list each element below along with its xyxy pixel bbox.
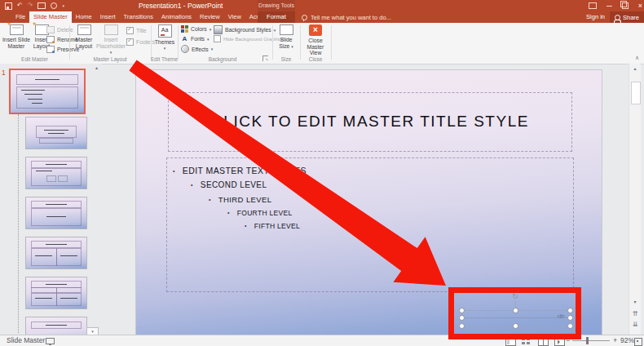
selection-handle[interactable] <box>459 308 465 313</box>
layout-thumbnail[interactable] <box>25 157 87 189</box>
save-icon[interactable] <box>5 2 12 10</box>
bullet-icon: • <box>173 168 175 174</box>
zoom-slider-track[interactable] <box>572 340 610 341</box>
title-placeholder[interactable]: CLICK TO EDIT MASTER TITLE STYLE <box>168 92 572 152</box>
zoom-in-icon[interactable]: + <box>613 335 617 346</box>
slide-master-canvas[interactable]: CLICK TO EDIT MASTER TITLE STYLE •EDIT M… <box>135 69 602 335</box>
touch-mode-icon[interactable] <box>51 2 57 9</box>
collapse-ribbon-icon[interactable]: ∧ <box>635 55 639 61</box>
themes-button[interactable]: Aa Themes ▾ <box>153 24 176 51</box>
display-settings-icon[interactable] <box>46 338 55 344</box>
bullet-level-1: •EDIT MASTER TEXT STYLES <box>173 166 307 175</box>
zoom-level[interactable]: 92% <box>620 335 634 346</box>
restore-icon[interactable] <box>622 2 629 9</box>
tab-insert[interactable]: Insert <box>96 11 120 23</box>
layout-thumbnail[interactable] <box>25 277 87 309</box>
fit-to-window-icon[interactable] <box>634 338 642 346</box>
group-label-edit-theme: Edit Theme <box>151 56 178 62</box>
fonts-button[interactable]: A Fonts ▾ <box>181 35 210 42</box>
slide-size-button[interactable]: Slide Size ▾ <box>275 24 298 50</box>
slide-thumbnail-panel: 1 <box>0 64 101 335</box>
layout-thumbnail[interactable] <box>25 197 87 229</box>
slide-size-icon <box>280 24 293 35</box>
reading-view-button[interactable] <box>538 338 549 346</box>
lightbulb-icon <box>302 15 307 20</box>
rotation-handle-icon[interactable]: ↻ <box>510 291 520 301</box>
panel-scroll-up-icon[interactable]: ▴ <box>93 64 100 72</box>
previous-slide-icon[interactable]: ⇈ <box>629 310 641 317</box>
selection-handle[interactable] <box>459 323 465 329</box>
tab-review[interactable]: Review <box>196 11 224 23</box>
hide-background-graphics-checkbox[interactable]: Hide Background Graphics <box>214 35 284 42</box>
fonts-icon: A <box>181 35 188 42</box>
master-title-text: CLICK TO EDIT MASTER TITLE STYLE <box>169 113 571 131</box>
close-master-view-button[interactable]: × Close Master View <box>302 24 329 56</box>
body-placeholder[interactable]: •EDIT MASTER TEXT STYLES •SECOND LEVEL •… <box>166 157 574 292</box>
share-button[interactable]: Share <box>610 11 644 23</box>
customize-qat-icon[interactable]: ▾ <box>62 3 64 8</box>
ribbon-display-options-icon[interactable] <box>589 2 597 9</box>
normal-view-button[interactable] <box>505 338 516 346</box>
insert-slide-master-button[interactable]: ★ Insert Slide Master <box>2 24 31 49</box>
tab-format[interactable]: Format <box>258 11 295 23</box>
master-layout-button[interactable]: Master Layout <box>72 24 96 49</box>
bullet-level-3: •THIRD LEVEL <box>209 195 272 204</box>
master-thumbnail-selected[interactable] <box>9 69 86 114</box>
slide-sorter-button[interactable] <box>522 338 530 344</box>
start-slideshow-icon[interactable] <box>37 2 46 9</box>
status-view-label: Slide Master <box>7 335 45 346</box>
tab-view[interactable]: View <box>224 11 245 23</box>
tell-me-label: Tell me what you want to do... <box>311 14 391 21</box>
sign-in-link[interactable]: Sign in <box>586 11 605 23</box>
contextual-tools-header: Drawing Tools <box>258 0 295 11</box>
group-label-edit-master: Edit Master <box>0 56 69 62</box>
tab-transitions[interactable]: Transitions <box>120 11 157 23</box>
colors-button[interactable]: Colors ▾ <box>181 25 211 33</box>
background-styles-icon <box>214 25 223 34</box>
dropdown-caret-icon: ▾ <box>164 46 166 52</box>
tab-home[interactable]: Home <box>72 11 96 23</box>
insert-placeholder-button[interactable]: Insert Placeholder ▾ <box>97 24 125 56</box>
powerpoint-window: ↶ ↷ ▾ Presentation1 - PowerPoint Drawing… <box>0 0 644 346</box>
title-checkbox[interactable]: ✓ Title <box>126 27 147 34</box>
zoom-slider-thumb[interactable] <box>586 337 589 344</box>
bullet-icon: • <box>209 197 211 202</box>
effects-button[interactable]: Effects ▾ <box>181 45 213 53</box>
title-bar: ↶ ↷ ▾ Presentation1 - PowerPoint Drawing… <box>0 0 644 11</box>
tab-animations[interactable]: Animations <box>157 11 196 23</box>
redo-icon[interactable]: ↷ <box>28 2 33 9</box>
vertical-scrollbar[interactable]: ▴ ▾ ⇈ ⇊ <box>629 64 641 335</box>
panel-scroll-down-button[interactable]: ▾ <box>86 327 99 335</box>
scroll-down-icon[interactable]: ▾ <box>629 299 641 304</box>
bullet-level-2: •SECOND LEVEL <box>191 180 267 189</box>
checkbox-icon: ✓ <box>126 38 134 46</box>
selection-handle[interactable] <box>459 315 465 321</box>
selection-handle[interactable] <box>567 323 573 329</box>
group-label-background: Background <box>178 56 267 62</box>
rename-icon <box>46 36 55 43</box>
ribbon: ★ Insert Slide Master ★ Insert Layout De… <box>0 23 644 64</box>
minimize-icon[interactable] <box>607 6 612 7</box>
selection-handle[interactable] <box>513 323 518 329</box>
delete-icon <box>46 26 55 33</box>
close-master-view-icon: × <box>309 24 322 36</box>
selection-handle[interactable] <box>567 315 573 321</box>
slideshow-button[interactable] <box>554 338 565 346</box>
next-slide-icon[interactable]: ⇊ <box>629 321 641 328</box>
selection-handle[interactable] <box>567 308 573 313</box>
scrollbar-thumb[interactable] <box>631 82 641 104</box>
layout-thumbnail[interactable] <box>25 117 87 149</box>
window-title: Presentation1 - PowerPoint <box>139 0 223 11</box>
dialog-launcher-icon[interactable]: ↘ <box>262 55 268 61</box>
layout-thumbnail[interactable] <box>25 317 87 335</box>
selection-handle[interactable] <box>513 308 518 313</box>
tell-me-box[interactable]: Tell me what you want to do... <box>302 11 391 23</box>
zoom-out-icon[interactable]: − <box>566 335 570 346</box>
close-window-icon[interactable]: × <box>638 2 642 10</box>
scroll-up-icon[interactable]: ▴ <box>629 65 641 71</box>
tab-file[interactable]: File <box>11 11 29 23</box>
layout-thumbnail[interactable] <box>25 237 87 269</box>
preserve-icon <box>46 46 55 53</box>
undo-icon[interactable]: ↶ <box>17 2 23 9</box>
background-styles-button[interactable]: Background Styles ▾ <box>214 25 276 34</box>
